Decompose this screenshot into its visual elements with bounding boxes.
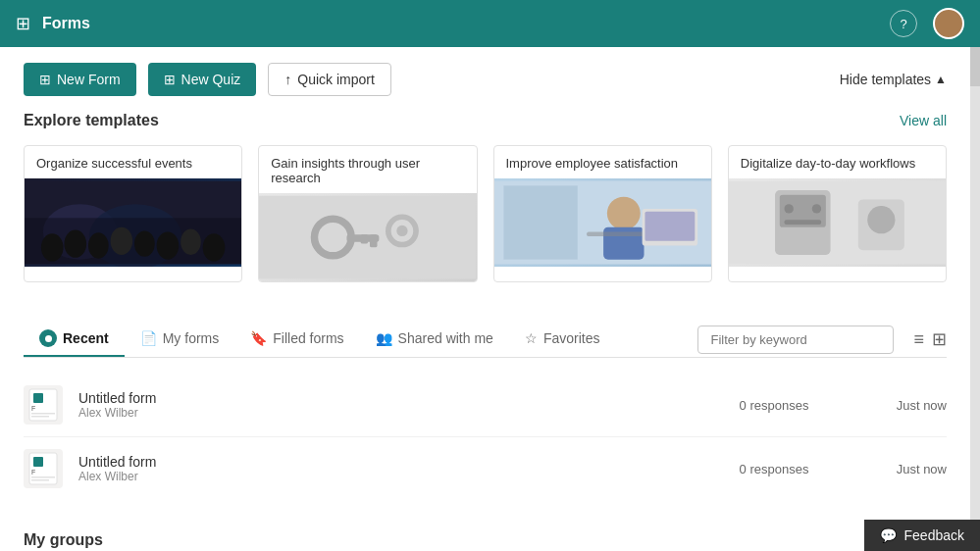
- feedback-button[interactable]: 💬 Feedback: [864, 520, 980, 551]
- svg-point-8: [134, 230, 155, 256]
- nav-right: ?: [890, 8, 964, 39]
- template-card-employee[interactable]: Improve employee satisfaction: [493, 145, 712, 282]
- forms-tabs: Recent 📄 My forms 🔖 Filled forms 👥 Share…: [24, 322, 947, 358]
- svg-rect-37: [33, 393, 43, 403]
- tabs-right: ≡ ⊞: [697, 326, 947, 354]
- form-responses: 0 responses: [715, 462, 833, 476]
- form-name: Untitled form: [78, 390, 699, 406]
- svg-rect-39: [31, 413, 55, 415]
- forms-section: Recent 📄 My forms 🔖 Filled forms 👥 Share…: [0, 306, 970, 516]
- tab-recent[interactable]: Recent: [24, 322, 125, 357]
- tab-favorites-icon: ☆: [525, 330, 538, 346]
- new-form-button[interactable]: ⊞ New Form: [24, 63, 136, 96]
- svg-rect-32: [784, 220, 821, 225]
- tab-shared-icon: 👥: [376, 330, 392, 346]
- template-image-research: [259, 193, 476, 281]
- template-card-events[interactable]: Organize successful events: [24, 145, 242, 282]
- template-card-digital[interactable]: Digitalize day-to-day workflows: [728, 145, 947, 282]
- hide-templates-label: Hide templates: [840, 72, 931, 87]
- tab-recent-label: Recent: [63, 330, 109, 346]
- form-info: Untitled form Alex Wilber: [78, 390, 699, 420]
- view-icons: ≡ ⊞: [913, 328, 947, 350]
- chevron-up-icon: ▲: [935, 73, 947, 86]
- groups-section: My groups C Contoso Total 0 form L Leade…: [0, 516, 970, 551]
- avatar[interactable]: [933, 8, 964, 39]
- templates-grid: Organize successful events: [24, 145, 947, 282]
- groups-title: My groups: [24, 531, 947, 549]
- quick-import-button[interactable]: ↑ Quick import: [268, 63, 391, 96]
- svg-point-31: [811, 204, 820, 213]
- list-view-button[interactable]: ≡: [913, 329, 924, 350]
- svg-rect-40: [31, 416, 49, 418]
- template-title-digital: Digitalize day-to-day workflows: [729, 146, 946, 178]
- toolbar: ⊞ New Form ⊞ New Quiz ↑ Quick import Hid…: [0, 47, 970, 112]
- svg-point-4: [41, 233, 64, 261]
- tab-my-forms[interactable]: 📄 My forms: [125, 322, 235, 357]
- templates-section: Explore templates View all Organize succ…: [0, 112, 970, 306]
- svg-rect-43: [33, 457, 43, 467]
- svg-point-30: [784, 204, 793, 213]
- feedback-icon: 💬: [880, 527, 897, 543]
- tab-recent-circle: [39, 329, 57, 347]
- template-title-employee: Improve employee satisfaction: [494, 146, 711, 178]
- svg-text:F: F: [31, 405, 35, 412]
- form-list: F Untitled form Alex Wilber 0 responses …: [24, 374, 947, 500]
- tab-my-forms-icon: 📄: [140, 330, 157, 346]
- quick-import-label: Quick import: [297, 72, 375, 87]
- svg-point-18: [397, 225, 408, 236]
- svg-point-9: [157, 231, 180, 259]
- main-content: ⊞ New Form ⊞ New Quiz ↑ Quick import Hid…: [0, 47, 970, 551]
- quick-import-icon: ↑: [284, 72, 291, 87]
- svg-rect-45: [31, 476, 55, 478]
- template-card-research[interactable]: Gain insights through user research: [258, 145, 477, 282]
- template-image-employee: [494, 178, 711, 267]
- svg-point-34: [867, 206, 895, 233]
- tab-my-forms-label: My forms: [163, 330, 220, 346]
- new-form-icon: ⊞: [39, 72, 51, 87]
- tabs-left: Recent 📄 My forms 🔖 Filled forms 👥 Share…: [24, 322, 615, 357]
- help-button[interactable]: ?: [890, 10, 917, 37]
- svg-rect-46: [31, 479, 49, 481]
- tab-filled-forms[interactable]: 🔖 Filled forms: [234, 322, 359, 357]
- svg-point-10: [181, 229, 201, 255]
- templates-header: Explore templates View all: [24, 112, 947, 129]
- svg-rect-26: [645, 212, 695, 241]
- form-item[interactable]: F Untitled form Alex Wilber 0 responses …: [24, 374, 947, 437]
- view-all-link[interactable]: View all: [900, 113, 947, 128]
- svg-rect-27: [729, 181, 946, 265]
- app-title: Forms: [42, 15, 90, 32]
- form-time: Just now: [849, 398, 947, 413]
- form-owner: Alex Wilber: [78, 470, 699, 483]
- svg-point-5: [64, 230, 86, 258]
- hide-templates-button[interactable]: Hide templates ▲: [840, 72, 947, 87]
- tab-favorites[interactable]: ☆ Favorites: [509, 322, 616, 357]
- new-quiz-button[interactable]: ⊞ New Quiz: [148, 63, 257, 96]
- form-owner: Alex Wilber: [78, 406, 699, 420]
- grid-view-button[interactable]: ⊞: [932, 328, 947, 350]
- svg-point-7: [111, 227, 133, 255]
- template-image-digital: [729, 178, 946, 267]
- tab-shared-label: Shared with me: [398, 330, 493, 346]
- keyword-filter-input[interactable]: [697, 326, 894, 354]
- svg-rect-15: [370, 234, 378, 247]
- scrollbar[interactable]: [970, 47, 980, 551]
- new-quiz-label: New Quiz: [181, 72, 241, 87]
- tab-shared-with-me[interactable]: 👥 Shared with me: [360, 322, 509, 357]
- form-name: Untitled form: [78, 454, 699, 470]
- template-image-events: [25, 178, 241, 267]
- form-item[interactable]: F Untitled form Alex Wilber 0 responses …: [24, 437, 947, 500]
- svg-rect-21: [503, 185, 577, 259]
- template-title-research: Gain insights through user research: [259, 146, 476, 193]
- svg-point-22: [606, 197, 640, 230]
- templates-title: Explore templates: [24, 112, 159, 129]
- svg-rect-16: [361, 234, 369, 243]
- feedback-label: Feedback: [904, 527, 964, 543]
- grid-icon[interactable]: ⊞: [16, 13, 30, 34]
- nav-left: ⊞ Forms: [16, 13, 90, 34]
- form-time: Just now: [849, 462, 947, 476]
- svg-point-6: [88, 232, 109, 258]
- tab-filled-forms-label: Filled forms: [273, 330, 343, 346]
- svg-point-11: [203, 233, 226, 261]
- form-icon: F: [24, 449, 63, 488]
- scroll-thumb[interactable]: [970, 47, 980, 86]
